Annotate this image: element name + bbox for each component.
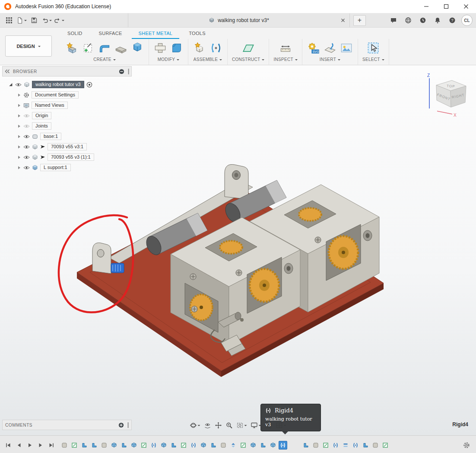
- group-label-assemble[interactable]: ASSEMBLE: [194, 57, 222, 62]
- select-button[interactable]: [366, 41, 380, 55]
- notifications-button[interactable]: [432, 15, 443, 26]
- timeline-feature-sketch[interactable]: [239, 441, 248, 450]
- eye-icon[interactable]: [23, 145, 30, 149]
- tab-close-button[interactable]: [339, 16, 347, 24]
- arrow-collapsed-icon[interactable]: [17, 124, 21, 128]
- timeline-feature-joint[interactable]: [149, 441, 158, 450]
- decal-button[interactable]: [340, 41, 353, 55]
- step-forward-button[interactable]: [36, 441, 45, 450]
- group-label-create[interactable]: CREATE: [93, 57, 116, 62]
- construction-plane-button[interactable]: [241, 41, 255, 55]
- close-button[interactable]: [456, 0, 476, 13]
- timeline-feature-sketch[interactable]: [321, 441, 330, 450]
- tab-surface[interactable]: SURFACE: [92, 28, 129, 39]
- timeline-feature-flange[interactable]: [259, 441, 267, 450]
- timeline-feature-joint[interactable]: [189, 441, 198, 450]
- workspace-selector[interactable]: DESIGN: [5, 35, 52, 57]
- arrow-collapsed-icon[interactable]: [17, 93, 21, 97]
- arrow-collapsed-icon[interactable]: [17, 134, 21, 139]
- timeline-feature-base-feature[interactable]: [219, 441, 228, 450]
- go-to-start-button[interactable]: [3, 441, 13, 450]
- minimize-panel-icon[interactable]: [119, 69, 124, 74]
- viewport-canvas[interactable]: Z X TOP FRONT RIGHT BROWSER: [0, 65, 476, 435]
- timeline-feature-flange[interactable]: [361, 441, 370, 450]
- flange-button[interactable]: [98, 41, 111, 55]
- timeline-feature-base-feature[interactable]: [371, 441, 380, 450]
- timeline-feature-flange[interactable]: [301, 441, 310, 450]
- undo-button[interactable]: [41, 15, 52, 26]
- pan-button[interactable]: [215, 422, 222, 429]
- timeline-feature-flange[interactable]: [80, 441, 89, 450]
- play-button[interactable]: [25, 441, 34, 450]
- activate-component-icon[interactable]: [86, 82, 92, 88]
- tab-sheet-metal[interactable]: SHEET METAL: [132, 28, 180, 39]
- group-label-construct[interactable]: CONSTRUCT: [232, 57, 264, 62]
- browser-item[interactable]: Joints: [2, 121, 132, 131]
- timeline-feature-base-feature[interactable]: [60, 441, 69, 450]
- group-label-select[interactable]: SELECT: [362, 57, 384, 62]
- timeline-feature-flange[interactable]: [120, 441, 128, 450]
- go-to-end-button[interactable]: [47, 441, 56, 450]
- expand-arrow-icon[interactable]: [8, 82, 13, 87]
- timeline-feature-extrude[interactable]: [269, 441, 277, 450]
- add-comment-icon[interactable]: [118, 422, 124, 428]
- timeline-feature-extrude[interactable]: [110, 441, 118, 450]
- app-grid-button[interactable]: [3, 15, 15, 26]
- browser-item[interactable]: L support:1: [2, 163, 132, 172]
- look-at-button[interactable]: [204, 422, 211, 429]
- browser-item[interactable]: 70093 v55 v3 (1):1: [2, 153, 132, 162]
- browser-item[interactable]: Named Views: [2, 101, 132, 110]
- view-cube[interactable]: Z X TOP FRONT RIGHT: [420, 71, 474, 119]
- arrow-collapsed-icon[interactable]: [17, 145, 21, 149]
- visibility-eye-icon[interactable]: [15, 83, 22, 87]
- timeline-feature-extrude[interactable]: [199, 441, 208, 450]
- insert-derive-button[interactable]: [323, 41, 337, 55]
- measure-button[interactable]: [279, 41, 292, 55]
- timeline-feature-flange[interactable]: [90, 441, 98, 450]
- browser-item[interactable]: Origin: [2, 111, 132, 120]
- new-flange-button[interactable]: [65, 41, 79, 55]
- timeline-feature-flange[interactable]: [169, 441, 178, 450]
- browser-resize-handle[interactable]: [127, 69, 129, 74]
- collapse-panel-icon[interactable]: [5, 69, 10, 73]
- redo-button[interactable]: [54, 15, 65, 26]
- browser-item[interactable]: base:1: [2, 132, 132, 141]
- save-button[interactable]: [29, 15, 40, 26]
- extensions-button[interactable]: [403, 15, 414, 26]
- step-back-button[interactable]: [14, 441, 23, 450]
- display-settings-button[interactable]: [251, 422, 261, 429]
- comment-bubble-button[interactable]: [388, 15, 399, 26]
- arrow-collapsed-icon[interactable]: [17, 103, 21, 108]
- timeline-feature-joint[interactable]: [331, 441, 340, 450]
- timeline-feature-sketch[interactable]: [140, 441, 148, 450]
- timeline-feature-rigid4[interactable]: [279, 441, 287, 450]
- group-label-insert[interactable]: INSERT: [320, 57, 340, 62]
- maximize-button[interactable]: [436, 0, 456, 13]
- zoom-button[interactable]: [226, 422, 233, 429]
- timeline-feature-extrude[interactable]: [130, 441, 138, 450]
- timeline-feature-extrude[interactable]: [249, 441, 257, 450]
- timeline-feature-sketch[interactable]: [381, 441, 390, 450]
- joint-button[interactable]: [209, 41, 223, 55]
- new-tab-button[interactable]: +: [353, 15, 366, 26]
- timeline-feature-extrude[interactable]: [159, 441, 168, 450]
- eye-muted-icon[interactable]: [23, 124, 30, 128]
- timeline-feature-sketch[interactable]: [179, 441, 188, 450]
- eye-icon[interactable]: [23, 134, 30, 139]
- help-button[interactable]: ?: [447, 15, 458, 26]
- browser-root-item[interactable]: walking robot tutor v3: [2, 80, 132, 89]
- minimize-button[interactable]: [416, 0, 436, 13]
- group-label-inspect[interactable]: INSPECT: [273, 57, 297, 62]
- eye-icon[interactable]: [23, 155, 30, 160]
- create-sketch-button[interactable]: [81, 41, 95, 55]
- comments-resize-handle[interactable]: [127, 422, 129, 428]
- browser-item[interactable]: 70093 v55 v3:1: [2, 142, 132, 151]
- convert-to-sheet-metal-button[interactable]: [114, 41, 128, 55]
- tab-tools[interactable]: TOOLS: [182, 28, 213, 39]
- group-label-modify[interactable]: MODIFY: [158, 57, 180, 62]
- arrow-collapsed-icon[interactable]: [17, 166, 21, 170]
- timeline-feature-flip[interactable]: [229, 441, 238, 450]
- eye-icon[interactable]: [23, 166, 30, 170]
- job-status-button[interactable]: [417, 15, 428, 26]
- file-menu-button[interactable]: [16, 15, 27, 26]
